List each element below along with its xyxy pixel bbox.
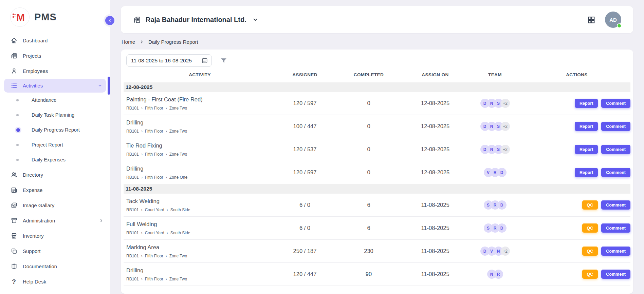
- apps-grid-button[interactable]: [587, 16, 595, 24]
- comment-button[interactable]: Comment: [601, 168, 630, 177]
- sidebar-item-label: Support: [23, 248, 41, 254]
- col-assigned: ASSIGNED: [276, 72, 334, 77]
- sidebar-item-dashboard[interactable]: Dashboard: [0, 33, 110, 48]
- sidebar-subitem-daily-progress-report[interactable]: Daily Progress Report: [0, 122, 110, 137]
- sidebar-item-documentation[interactable]: Documentation: [0, 259, 110, 274]
- qc-button[interactable]: QC: [582, 270, 598, 279]
- chevron-down-icon: [97, 83, 103, 88]
- archive-icon: [10, 217, 18, 224]
- path-segment: Zone Two: [169, 152, 187, 157]
- comment-button[interactable]: Comment: [601, 122, 630, 131]
- sidebar-item-projects[interactable]: Projects: [0, 48, 110, 63]
- sidebar-item-label: Help Desk: [23, 279, 46, 285]
- path-segment: Fifth Floor: [145, 254, 163, 258]
- path-segment: RB101: [126, 254, 139, 258]
- sidebar-item-employees[interactable]: Employees: [0, 63, 110, 79]
- sidebar-collapse-button[interactable]: [105, 16, 114, 25]
- assign-on-date: 12-08-2025: [404, 146, 467, 153]
- sidebar-subitem-project-report[interactable]: Project Report: [0, 137, 110, 152]
- sidebar-item-expense[interactable]: Expense: [0, 182, 110, 198]
- sidebar-item-administration[interactable]: Administration: [0, 213, 110, 228]
- comment-button[interactable]: Comment: [601, 223, 630, 233]
- sidebar-item-support[interactable]: Support: [0, 243, 110, 259]
- assign-on-date: 12-08-2025: [404, 100, 467, 106]
- filter-row: [124, 54, 630, 67]
- qc-button[interactable]: QC: [582, 247, 598, 256]
- activity-cell: DrillingRB101›Fifth Floor›Zone Two: [124, 264, 276, 285]
- sidebar-subitem-daily-expenses[interactable]: Daily Expenses: [0, 152, 110, 167]
- sidebar-subitem-label: Daily Task Planning: [32, 112, 74, 118]
- logo-badge: M: [10, 7, 30, 27]
- table-row: DrillingRB101›Fifth Floor›Zone Two120 / …: [124, 263, 630, 286]
- store-icon: [10, 232, 18, 240]
- actions-cell: ReportComment: [523, 145, 630, 154]
- date-group-header: 11-08-2025: [124, 184, 630, 194]
- sidebar-item-label: Directory: [23, 172, 43, 178]
- comment-button[interactable]: Comment: [601, 270, 630, 279]
- chevron-down-icon: [252, 17, 258, 23]
- date-group-header: 12-08-2025: [124, 82, 630, 92]
- table-row: DrillingRB101›Fifth Floor›Zone Two100 / …: [124, 115, 630, 138]
- filter-button[interactable]: [220, 57, 227, 64]
- report-button[interactable]: Report: [575, 145, 598, 154]
- company-selector[interactable]: Raja Bahadur International Ltd.: [133, 16, 258, 24]
- activity-title: Full Welding: [126, 221, 273, 228]
- assign-on-date: 11-08-2025: [404, 248, 467, 254]
- grid-icon: [587, 16, 595, 24]
- sidebar-item-label: Documentation: [23, 263, 57, 269]
- sidebar-item-label: Dashboard: [23, 38, 48, 43]
- sidebar-item-inventory[interactable]: Inventory: [0, 228, 110, 243]
- comment-button[interactable]: Comment: [601, 145, 630, 154]
- team-overflow-badge[interactable]: +2: [501, 99, 510, 108]
- buildings-icon: [10, 52, 18, 60]
- team-avatars: VRD: [467, 168, 523, 177]
- report-button[interactable]: Report: [575, 168, 598, 177]
- user-avatar[interactable]: AD: [605, 12, 621, 28]
- path-segment: RB101: [126, 231, 139, 235]
- activity-cell: Marking AreaRB101›Fifth Floor›Zone Two: [124, 241, 276, 261]
- app-logo: M PMS: [0, 0, 110, 33]
- breadcrumb-current: Daily Progress Report: [148, 39, 198, 45]
- qc-button[interactable]: QC: [582, 200, 598, 210]
- assign-on-date: 11-08-2025: [404, 202, 467, 208]
- activity-cell: Full WeldingRB101›Court Yard›South Side: [124, 218, 276, 238]
- comment-button[interactable]: Comment: [601, 247, 630, 256]
- breadcrumb-home[interactable]: Home: [122, 39, 135, 45]
- sidebar-item-directory[interactable]: Directory: [0, 167, 110, 182]
- team-avatars: DNS+2: [467, 99, 523, 108]
- path-segment: Fifth Floor: [145, 106, 163, 111]
- completed-value: 0: [334, 146, 404, 153]
- sidebar-nav: DashboardProjectsEmployeesActivitiesAtte…: [0, 33, 110, 289]
- team-avatars: DNS+2: [467, 145, 523, 154]
- activities-submenu: AttendanceDaily Task PlanningDaily Progr…: [0, 93, 110, 167]
- team-overflow-badge[interactable]: +2: [501, 145, 510, 154]
- comment-button[interactable]: Comment: [601, 200, 630, 210]
- path-segment: Zone Two: [169, 254, 187, 258]
- team-overflow-badge[interactable]: +2: [501, 122, 510, 131]
- sidebar-subitem-attendance[interactable]: Attendance: [0, 93, 110, 107]
- qc-button[interactable]: QC: [582, 223, 598, 233]
- bullet-dot: [16, 144, 19, 146]
- main-area: Raja Bahadur International Ltd. AD: [110, 0, 644, 294]
- chevron-right-icon: [99, 218, 104, 223]
- sidebar-item-activities[interactable]: Activities: [4, 79, 106, 93]
- comment-button[interactable]: Comment: [601, 99, 630, 108]
- sidebar-subitem-daily-task-planning[interactable]: Daily Task Planning: [0, 107, 110, 122]
- team-avatars: DVN+2: [467, 247, 523, 256]
- sidebar-item-help-desk[interactable]: ?Help Desk: [0, 274, 110, 289]
- company-name: Raja Bahadur International Ltd.: [146, 16, 246, 24]
- path-separator-icon: ›: [141, 277, 143, 281]
- report-button[interactable]: Report: [575, 122, 598, 131]
- sidebar-subitem-label: Project Report: [32, 142, 63, 148]
- path-segment: RB101: [126, 208, 139, 212]
- team-overflow-badge[interactable]: +2: [501, 247, 510, 256]
- path-separator-icon: ›: [141, 175, 143, 180]
- assigned-value: 120 / 447: [276, 271, 334, 277]
- date-range-input[interactable]: [126, 54, 212, 67]
- sidebar-item-image-gallary[interactable]: Image Gallary: [0, 198, 110, 213]
- path-segment: Court Yard: [145, 231, 164, 235]
- home-icon: [10, 37, 18, 44]
- activity-title: Drilling: [126, 267, 273, 274]
- report-button[interactable]: Report: [575, 99, 598, 108]
- app-title: PMS: [34, 12, 57, 23]
